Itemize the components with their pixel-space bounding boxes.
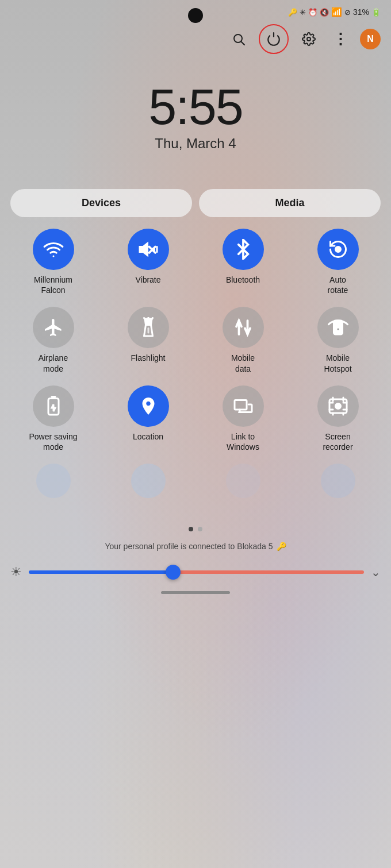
svg-point-15 — [336, 327, 340, 331]
battery-percent: 31% — [353, 7, 369, 17]
svg-marker-3 — [140, 244, 148, 256]
linkwindows-icon — [223, 385, 264, 427]
svg-point-9 — [335, 247, 340, 252]
svg-line-13 — [144, 318, 145, 320]
qs-item-powersaving[interactable]: Power savingmode — [6, 385, 101, 452]
home-indicator[interactable] — [161, 591, 230, 594]
location-icon — [128, 385, 169, 427]
dot-2 — [198, 527, 202, 531]
location-label: Location — [133, 431, 163, 442]
svg-point-20 — [335, 403, 340, 408]
qs-item-linkwindows[interactable]: Link toWindows — [195, 385, 290, 452]
profile-key-icon: 🔑 — [277, 542, 286, 551]
dot-1 — [189, 527, 193, 531]
clock-display: 5:55 — [0, 82, 391, 132]
profile-bar: Your personal profile is connected to Bl… — [0, 537, 391, 560]
brightness-thumb[interactable] — [166, 565, 181, 580]
mobiledata-label: Mobiledata — [231, 353, 255, 373]
time-section: 5:55 Thu, March 4 — [0, 59, 391, 157]
bluetooth-label: Bluetooth — [226, 275, 260, 285]
svg-line-1 — [241, 42, 245, 45]
no-sim-icon: ⊘ — [344, 8, 351, 17]
wifi-status-icon: 📶 — [331, 7, 342, 17]
powersaving-icon — [33, 385, 74, 427]
qs-item-location[interactable]: Location — [101, 385, 195, 452]
vibrate-icon — [128, 229, 169, 270]
flashlight-icon — [128, 307, 169, 348]
qs-bottom-2 — [101, 464, 195, 510]
screenrecord-icon — [317, 385, 359, 427]
screenrecord-label: Screenrecorder — [323, 431, 352, 452]
user-avatar[interactable]: N — [360, 29, 381, 49]
qs-bottom-row — [0, 464, 391, 510]
brightness-icon: ☀ — [10, 565, 22, 580]
tab-row: Devices Media — [10, 189, 381, 217]
qs-item-autorotate[interactable]: Autorotate — [290, 229, 385, 295]
qs-item-airplane[interactable]: Airplanemode — [6, 307, 101, 373]
airplane-icon — [33, 307, 74, 348]
alarm-status-icon: ⏰ — [308, 8, 317, 17]
qs-item-wifi[interactable]: MillenniumFalcon — [6, 229, 101, 295]
qs-bottom-4 — [290, 464, 385, 510]
devices-tab[interactable]: Devices — [10, 189, 192, 217]
battery-icon: 🔋 — [371, 8, 381, 17]
airplane-label: Airplanemode — [39, 353, 68, 373]
mobiledata-icon — [223, 307, 264, 348]
svg-rect-18 — [235, 400, 247, 410]
svg-point-2 — [307, 37, 310, 41]
qs-item-vibrate[interactable]: Vibrate — [101, 229, 195, 295]
page-dots — [0, 521, 391, 537]
bottom-bar — [0, 584, 391, 599]
qs-item-bluetooth[interactable]: Bluetooth — [195, 229, 290, 295]
search-button[interactable] — [228, 28, 250, 50]
bluetooth-status-icon: ✳ — [300, 8, 306, 17]
qs-bottom-3 — [195, 464, 290, 510]
power-button[interactable] — [259, 24, 289, 54]
autorotate-label: Autorotate — [328, 275, 348, 295]
camera-dot — [188, 8, 203, 23]
qs-item-mobiledata[interactable]: Mobiledata — [195, 307, 290, 373]
powersaving-label: Power savingmode — [29, 431, 77, 452]
quick-settings-grid: MillenniumFalcon Vibrate — [0, 229, 391, 452]
mute-status-icon: 🔇 — [320, 8, 329, 17]
key-status-icon: 🔑 — [288, 8, 297, 17]
bluetooth-icon — [223, 229, 264, 270]
qs-item-flashlight[interactable]: Flashlight — [101, 307, 195, 373]
more-button[interactable]: ⋮ — [329, 28, 351, 50]
hotspot-icon — [317, 307, 359, 348]
autorotate-icon — [317, 229, 359, 270]
brightness-expand-button[interactable]: ⌄ — [371, 565, 381, 579]
qs-item-hotspot[interactable]: MobileHotspot — [290, 307, 385, 373]
status-icons: 🔑 ✳ ⏰ 🔇 📶 ⊘ 31% 🔋 — [288, 7, 381, 17]
hotspot-label: MobileHotspot — [324, 353, 351, 373]
top-controls: ⋮ N — [0, 20, 391, 59]
date-display: Thu, March 4 — [0, 136, 391, 152]
settings-button[interactable] — [298, 28, 320, 50]
brightness-row: ☀ ⌄ — [0, 560, 391, 584]
qs-bottom-1 — [6, 464, 101, 510]
brightness-track[interactable] — [29, 570, 364, 574]
media-tab[interactable]: Media — [199, 189, 381, 217]
flashlight-label: Flashlight — [131, 353, 166, 363]
vibrate-label: Vibrate — [135, 275, 160, 285]
linkwindows-label: Link toWindows — [227, 431, 259, 452]
qs-item-screenrecord[interactable]: Screenrecorder — [290, 385, 385, 452]
svg-line-12 — [151, 318, 152, 320]
profile-text: Your personal profile is connected to Bl… — [105, 542, 273, 551]
wifi-icon — [33, 229, 74, 270]
wifi-label: MillenniumFalcon — [34, 275, 72, 295]
